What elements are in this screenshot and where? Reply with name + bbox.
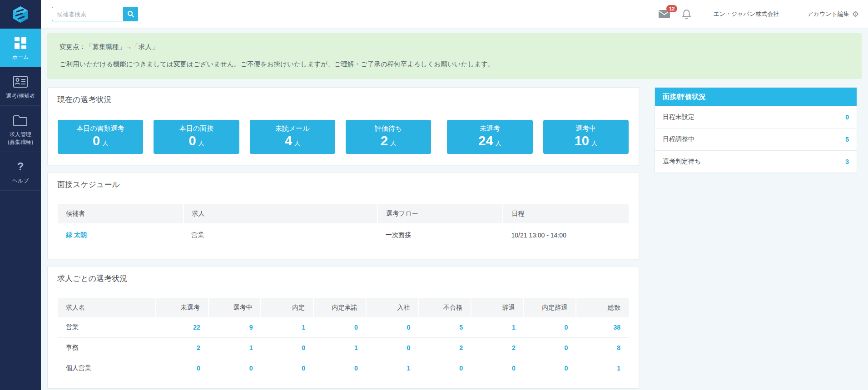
status-label: 日程調整中: [663, 135, 694, 143]
flow-cell: 一次面接: [377, 223, 503, 247]
sidebar-item-label: 選考/候補者: [6, 93, 35, 99]
job-cell: 営業: [184, 223, 377, 247]
current-status-panel: 現在の選考状況 本日の書類選考 0人 本日の面接 0人 未読メール 4人: [47, 87, 639, 165]
sidebar-item-label: 求人管理: [10, 131, 31, 138]
count-link[interactable]: 5: [459, 324, 463, 331]
stat-card-awaiting-evaluation[interactable]: 評価待ち 2人: [346, 120, 431, 154]
column-header: 不合格: [418, 298, 471, 317]
count-link[interactable]: 0: [354, 324, 358, 331]
table-row: 緑 太朗 営業 一次面接 10/21 13:00 - 14:00: [58, 223, 629, 247]
sidebar-item-jobs[interactable]: 求人管理 (募集職種): [0, 106, 41, 152]
count-link[interactable]: 2: [197, 344, 200, 351]
count-link[interactable]: 0: [354, 365, 358, 372]
count-link[interactable]: 0: [407, 324, 411, 331]
candidate-link[interactable]: 緑 太朗: [66, 231, 87, 238]
count-link[interactable]: 1: [302, 324, 305, 331]
sidebar-item-label: ヘルプ: [12, 178, 29, 184]
candidate-card-icon: [1, 74, 40, 89]
count-link[interactable]: 38: [613, 324, 620, 331]
table-row: 営業 22 9 1 0 0 5 1 0 38: [58, 317, 629, 338]
folder-icon: [1, 113, 40, 128]
column-header: 求人: [184, 204, 377, 223]
count-link[interactable]: 1: [617, 365, 620, 372]
count-link[interactable]: 9: [249, 324, 253, 331]
column-header: 未選考: [156, 298, 208, 317]
status-row: 日程未設定 0: [655, 106, 857, 128]
search-button[interactable]: [123, 7, 138, 21]
stat-card-in-selection[interactable]: 選考中 10人: [543, 120, 629, 154]
status-row: 選考判定待ち 3: [655, 151, 857, 173]
count-link[interactable]: 1: [249, 344, 253, 351]
bell-icon: [682, 9, 691, 20]
job-name-cell: 個人営業: [58, 358, 156, 378]
count-link[interactable]: 0: [565, 344, 568, 351]
count-link[interactable]: 8: [617, 344, 620, 351]
interview-evaluation-status-panel: 面接/評価状況 日程未設定 0 日程調整中 5 選考判定待ち 3: [655, 87, 857, 173]
column-header: 総数: [576, 298, 629, 317]
panel-title: 現在の選考状況: [48, 88, 639, 111]
mail-badge: 12: [666, 5, 677, 12]
top-bar: 12 エン・ジャパン株式会社 アカウント編集 ⚙: [41, 0, 868, 29]
sidebar-item-candidates[interactable]: 選考/候補者: [0, 67, 41, 106]
count-link[interactable]: 0: [459, 365, 463, 372]
stat-card-not-screened[interactable]: 未選考 24人: [447, 120, 532, 154]
gear-icon: ⚙: [852, 10, 859, 18]
count-link[interactable]: 1: [407, 365, 411, 372]
panel-title: 求人ごとの選考状況: [48, 267, 639, 290]
schedule-cell: 10/21 13:00 - 14:00: [503, 223, 629, 247]
account-edit-link[interactable]: アカウント編集 ⚙: [807, 10, 859, 18]
company-name: エン・ジャパン株式会社: [713, 10, 779, 18]
cards-divider: [439, 121, 439, 153]
home-grid-icon: [1, 35, 40, 51]
count-link[interactable]: 1: [354, 344, 358, 351]
stat-card-interviews-today[interactable]: 本日の面接 0人: [154, 120, 239, 154]
stat-card-documents-today[interactable]: 本日の書類選考 0人: [58, 120, 143, 154]
column-header: 入社: [366, 298, 419, 317]
count-link[interactable]: 0: [407, 344, 411, 351]
count-link[interactable]: 0: [565, 324, 568, 331]
column-header: 辞退: [471, 298, 524, 317]
status-count-link[interactable]: 0: [845, 114, 849, 121]
status-label: 選考判定待ち: [663, 158, 701, 166]
interview-schedule-panel: 面接スケジュール 候補者 求人 選考フロー 日程: [47, 172, 639, 259]
count-link[interactable]: 0: [302, 344, 305, 351]
jobs-status-panel: 求人ごとの選考状況 求人名 未選考: [47, 266, 639, 389]
column-header: 選考フロー: [377, 204, 503, 223]
column-header: 内定: [261, 298, 313, 317]
count-link[interactable]: 0: [565, 365, 568, 372]
app-logo[interactable]: [0, 0, 41, 29]
change-notice-banner: 変更点：「募集職種」→「求人」 ご利用いただける機能につきましては変更はございま…: [47, 33, 862, 79]
sidebar-item-home[interactable]: ホーム: [0, 29, 41, 67]
table-row: 個人営業 0 0 0 0 1 0 0 0 1: [58, 358, 629, 378]
status-count-link[interactable]: 3: [845, 158, 849, 165]
count-link[interactable]: 0: [249, 365, 253, 372]
job-name-cell: 事務: [58, 337, 156, 358]
jobs-status-table: 求人名 未選考 選考中 内定 内定承諾 入社 不合格 辞退 内定辞退 総数: [58, 298, 629, 378]
notifications-button[interactable]: [682, 9, 691, 20]
search-input[interactable]: [52, 7, 123, 21]
status-row: 日程調整中 5: [655, 128, 857, 151]
banner-line2: ご利用いただける機能につきましては変更はございません。ご不便をお掛けいたしますが…: [60, 60, 849, 69]
column-header: 求人名: [58, 298, 156, 317]
count-link[interactable]: 0: [302, 365, 305, 372]
count-link[interactable]: 0: [512, 365, 516, 372]
mail-button[interactable]: 12: [659, 10, 670, 18]
status-label: 日程未設定: [663, 113, 694, 121]
sidebar-item-sublabel: (募集職種): [8, 139, 33, 145]
count-link[interactable]: 22: [193, 324, 200, 331]
stat-card-unread-mail[interactable]: 未読メール 4人: [250, 120, 335, 154]
banner-line1: 変更点：「募集職種」→「求人」: [60, 43, 849, 51]
count-link[interactable]: 0: [197, 365, 200, 372]
candidate-search: [52, 7, 138, 21]
column-header: 選考中: [208, 298, 261, 317]
status-count-link[interactable]: 5: [845, 136, 849, 143]
count-link[interactable]: 2: [512, 344, 516, 351]
column-header: 内定辞退: [524, 298, 576, 317]
panel-title: 面接/評価状況: [655, 88, 857, 106]
count-link[interactable]: 2: [459, 344, 463, 351]
interview-schedule-table: 候補者 求人 選考フロー 日程 緑 太朗 営業 一次面接: [58, 204, 629, 247]
sidebar-item-help[interactable]: ? ヘルプ: [0, 152, 41, 191]
table-row: 事務 2 1 0 1 0 2 2 0 8: [58, 337, 629, 358]
sidebar: ホーム 選考/候補者 求人管理 (募集職種) ? ヘルプ: [0, 0, 41, 390]
count-link[interactable]: 1: [512, 324, 516, 331]
